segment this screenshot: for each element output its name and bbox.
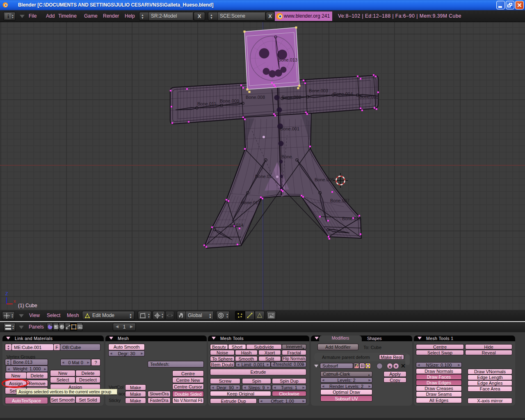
svg-text:Z: Z — [5, 291, 8, 296]
svg-text:Bone.007: Bone.007 — [330, 198, 349, 203]
svg-text:Bone.001: Bone.001 — [280, 126, 299, 131]
svg-text:Bone.005: Bone.005 — [359, 94, 379, 99]
svg-text:(1) Cube: (1) Cube — [18, 303, 37, 308]
svg-text:Bone.: Bone. — [281, 154, 293, 159]
svg-text:Bone.015: Bone.015 — [342, 216, 361, 221]
svg-text:Bone.004: Bone.004 — [333, 91, 353, 96]
svg-text:Bone.008: Bone.008 — [246, 95, 265, 100]
svg-text:Bone.011: Bone.011 — [197, 101, 216, 106]
svg-text:Bone.003: Bone.003 — [309, 88, 328, 93]
svg-text:ne.014: ne.014 — [230, 223, 244, 228]
svg-text:x: x — [14, 299, 16, 304]
svg-text:Bone.013: Bone.013 — [278, 57, 297, 62]
svg-text:Bone.009: Bone.009 — [220, 98, 239, 103]
svg-text:Bone.012: Bone.012 — [241, 200, 260, 205]
svg-text:Bone.006: Bone.006 — [315, 177, 334, 182]
svg-text:Bone.01: Bone.01 — [255, 174, 272, 179]
svg-text:Bone.002: Bone.002 — [282, 95, 301, 100]
